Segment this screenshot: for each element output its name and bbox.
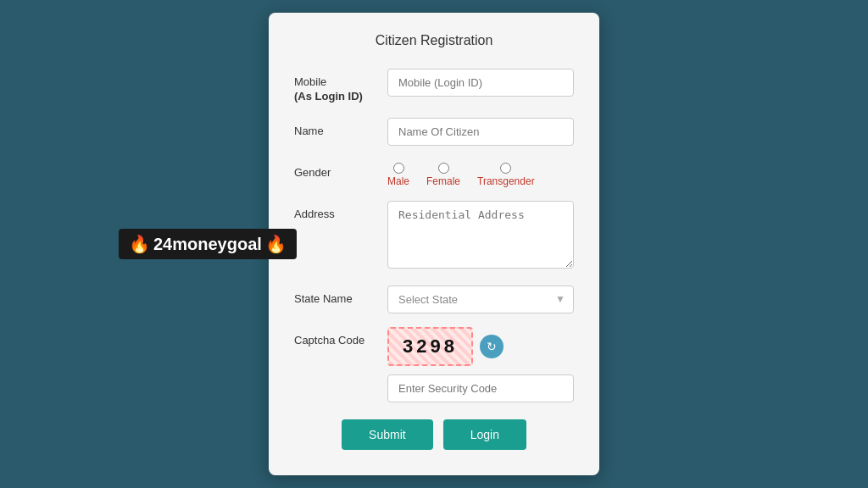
name-input[interactable] xyxy=(387,118,574,146)
gender-row: Gender Male Female Transgender xyxy=(294,159,574,187)
submit-button[interactable]: Submit xyxy=(342,419,433,450)
captcha-wrap: 3298 ↻ xyxy=(387,327,574,402)
state-label: State Name xyxy=(294,286,387,307)
gender-male[interactable]: Male xyxy=(387,163,409,187)
gender-female-radio[interactable] xyxy=(438,163,449,174)
security-code-input[interactable] xyxy=(387,374,574,402)
gender-transgender[interactable]: Transgender xyxy=(477,163,535,187)
name-label: Name xyxy=(294,118,387,139)
gender-female[interactable]: Female xyxy=(426,163,460,187)
fire-icon-left: 🔥 xyxy=(129,234,150,254)
mobile-input[interactable] xyxy=(387,69,574,97)
gender-transgender-radio[interactable] xyxy=(500,163,511,174)
address-row: Address xyxy=(294,201,574,272)
state-select-wrap: Select State ▼ xyxy=(387,286,574,313)
gender-female-label: Female xyxy=(426,175,460,187)
mobile-label: Mobile (As Login ID) xyxy=(294,69,387,104)
captcha-refresh-button[interactable]: ↻ xyxy=(480,335,504,358)
state-row: State Name Select State ▼ xyxy=(294,286,574,313)
gender-transgender-label: Transgender xyxy=(477,175,535,187)
login-button[interactable]: Login xyxy=(443,419,526,450)
watermark-badge: 🔥 24moneygoal 🔥 xyxy=(119,229,297,259)
captcha-label: Captcha Code xyxy=(294,327,387,348)
form-buttons: Submit Login xyxy=(294,419,574,450)
mobile-row: Mobile (As Login ID) xyxy=(294,69,574,104)
gender-label: Gender xyxy=(294,159,387,180)
form-title: Citizen Registration xyxy=(294,33,574,48)
address-input[interactable] xyxy=(387,201,574,269)
state-select[interactable]: Select State xyxy=(387,286,574,313)
name-row: Name xyxy=(294,118,574,146)
gender-options-wrap: Male Female Transgender xyxy=(387,159,574,187)
gender-male-label: Male xyxy=(387,175,409,187)
fire-icon-right: 🔥 xyxy=(265,234,287,254)
address-input-wrap xyxy=(387,201,574,272)
captcha-image: 3298 xyxy=(387,327,473,366)
name-input-wrap xyxy=(387,118,574,146)
gender-male-radio[interactable] xyxy=(393,163,404,174)
captcha-row: Captcha Code 3298 ↻ xyxy=(294,327,574,402)
address-label: Address xyxy=(294,201,387,222)
mobile-input-wrap xyxy=(387,69,574,97)
watermark-text: 24moneygoal xyxy=(153,235,262,254)
citizen-registration-form: Citizen Registration Mobile (As Login ID… xyxy=(269,13,599,475)
